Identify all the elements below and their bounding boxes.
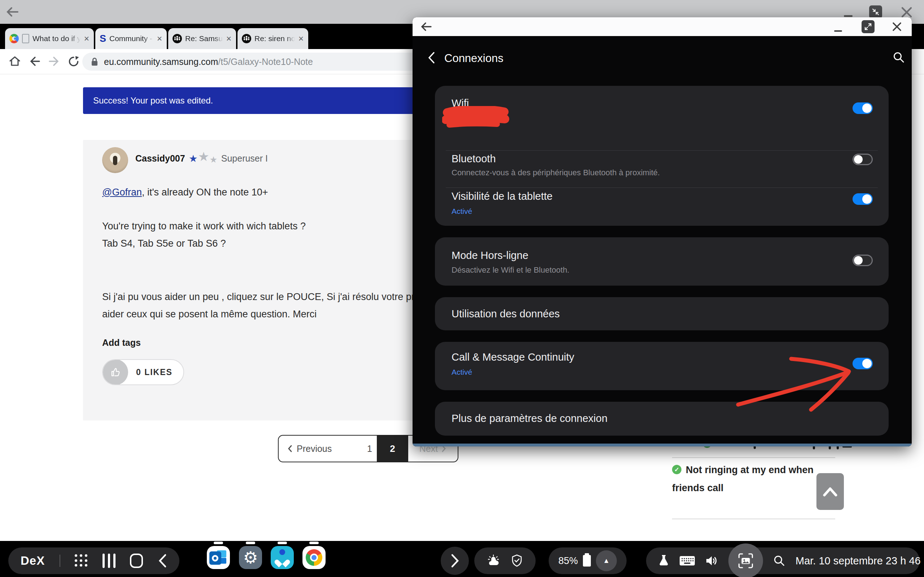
window-close-icon[interactable] [900,6,913,19]
settings-close-icon[interactable] [891,21,903,32]
tab-close-icon[interactable]: ✕ [298,35,304,43]
setting-continuity-label[interactable]: Call & Message Continuity [452,351,574,363]
taskbar-app-chrome[interactable] [302,546,326,569]
setting-offline-subtitle: Désactivez le Wifi et le Bluetooth. [452,266,569,275]
dex-desktop: What to do if yo ✕ S Community - Sa ✕ Re… [0,0,924,577]
setting-data-usage-label[interactable]: Utilisation des données [452,308,560,320]
check-circle-icon: ✓ [672,465,682,474]
post-signature-1: Si j'ai pu vous aider un peu , cliquez s… [102,292,417,303]
labs-flask-icon[interactable] [658,554,669,567]
setting-offline-label[interactable]: Mode Hors-ligne [452,250,528,261]
post-line-3: Tab S4, Tab S5e or Tab S6 ? [102,238,226,249]
pagination-previous-button[interactable]: Previous [279,436,362,462]
setting-bluetooth-label[interactable]: Bluetooth [452,153,496,165]
shield-check-icon[interactable] [511,554,523,567]
chrome-icon [306,549,322,566]
taskbar-app-members[interactable] [271,546,294,569]
taskbar-app-settings[interactable]: ⚙ [239,546,262,569]
settings-card-connect: Wifi Bluetooth Connectez-vous à des péri… [435,86,888,226]
tab-label: Re: Samsung D [185,34,223,43]
browser-tab-1[interactable]: What to do if yo ✕ [5,28,94,49]
chevron-up-icon [822,485,839,498]
settings-card-continuity[interactable]: Call & Message Continuity Activé [435,342,888,390]
taskbar-clock[interactable]: Mar. 10 septembre 23 h 46 [795,555,921,567]
settings-card-more[interactable]: Plus de paramètres de connexion [435,402,888,436]
settings-titlebar[interactable] [412,17,912,36]
browser-back-icon[interactable] [29,56,40,67]
tab-close-icon[interactable]: ✕ [84,35,89,43]
browser-tab-4[interactable]: Re: siren no ✕ [237,28,308,49]
running-indicator [246,542,255,544]
tab-close-icon[interactable]: ✕ [157,35,162,43]
caret-up-button[interactable]: ▲ [596,550,617,571]
continuity-toggle[interactable] [853,358,873,369]
window-back-icon[interactable] [6,6,19,17]
browser-tab-2-active[interactable]: S Community - Sa ✕ [95,28,167,49]
url-domain: eu.community.samsung.com [104,56,218,67]
wifi-toggle[interactable] [853,102,873,114]
avatar[interactable] [102,147,128,173]
titlebar-back-icon[interactable] [420,22,432,31]
tab-label: Re: siren no [254,34,295,43]
pagination-page-1[interactable]: 1 [362,436,377,462]
settings-back-icon[interactable] [427,51,436,64]
offline-mode-toggle[interactable] [853,255,873,266]
post-line-1-text: , it's already ON the note 10+ [142,187,268,198]
screen-capture-button[interactable] [729,543,763,577]
finder-search-icon[interactable] [773,554,785,567]
window-minimize-button[interactable] [844,15,853,17]
status-pill[interactable] [474,548,536,574]
bluetooth-toggle[interactable] [853,154,873,165]
browser-tab-3[interactable]: Re: Samsung D ✕ [168,28,236,49]
likes-button[interactable]: 0 LIKES [102,359,184,385]
pagination-page-2-current[interactable]: 2 [377,436,408,462]
battery-percent: 85% [558,555,578,567]
google-favicon [10,34,19,43]
taskbar-expand-button[interactable] [441,547,469,575]
volume-icon[interactable] [705,554,718,567]
settings-card-data-usage[interactable]: Utilisation des données [435,297,888,330]
mention-link[interactable]: @Gofran [102,187,142,198]
previous-label: Previous [297,443,332,454]
visibility-toggle[interactable] [853,193,873,205]
success-banner-text: Success! Your post was edited. [93,95,213,106]
setting-more-label[interactable]: Plus de paramètres de connexion [452,413,607,424]
browser-forward-icon[interactable] [48,56,60,67]
battery-icon [583,555,591,567]
setting-visibility-label[interactable]: Visibilité de la tablette [452,190,552,202]
recents-icon[interactable] [102,554,115,568]
apps-grid-icon[interactable] [75,554,88,567]
community-favicon [242,34,251,43]
scroll-to-top-button[interactable] [816,473,844,510]
symptom-item-line-2[interactable]: friends call [672,482,724,494]
settings-minimize-button[interactable] [834,30,842,32]
screen-capture-icon [737,552,754,569]
post-signature-2: aider ceux qui se posent la même questio… [102,309,317,320]
tray-pill: Mar. 10 septembre 23 h 46 [646,548,920,574]
author-name[interactable]: Cassidy007 [135,153,185,164]
keyboard-icon[interactable] [679,555,695,567]
samsung-favicon: S [100,33,106,44]
thumb-up-icon[interactable] [102,359,128,385]
rank-star-icon: ★ [199,151,208,162]
settings-search-icon[interactable] [893,51,906,64]
home-icon[interactable] [9,56,21,67]
add-tags-link[interactable]: Add tags [102,338,141,348]
document-favicon [22,34,29,43]
divider [446,150,878,151]
chevron-right-icon [450,553,459,568]
weather-icon[interactable] [487,554,502,567]
taskbar-app-outlook[interactable] [207,546,230,569]
symptom-item-line-1[interactable]: Not ringing at my end when [686,464,814,475]
battery-pill[interactable]: 85% ▲ [549,548,627,574]
window-restore-button[interactable] [869,5,882,18]
settings-card-offline[interactable]: Mode Hors-ligne Désactivez le Wifi et le… [435,237,888,285]
reload-icon[interactable] [68,56,80,67]
divider [60,554,60,567]
back-button-icon[interactable] [158,553,167,568]
running-indicator [309,542,319,544]
tab-close-icon[interactable]: ✕ [226,35,232,43]
settings-window: Connexions Wifi Bluetooth Connectez-vous… [412,17,912,446]
settings-maximize-button[interactable] [861,20,874,33]
home-button-icon[interactable] [130,554,143,568]
